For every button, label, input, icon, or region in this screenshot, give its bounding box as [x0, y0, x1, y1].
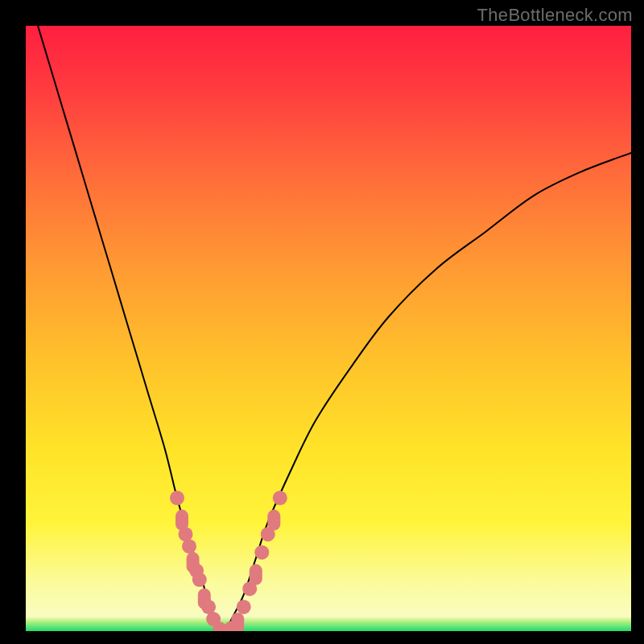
curve-marker: [237, 600, 251, 614]
chart-frame: TheBottleneck.com: [0, 0, 644, 644]
curve-marker: [231, 613, 244, 631]
curve-markers: [170, 491, 287, 631]
curve-marker: [254, 545, 269, 559]
curve-marker: [192, 572, 207, 587]
curve-marker: [170, 491, 184, 506]
curve-marker: [273, 491, 287, 506]
watermark-text: TheBottleneck.com: [477, 5, 633, 26]
bottleneck-curve: [38, 26, 631, 631]
plot-area: [26, 26, 631, 631]
curve-marker: [250, 564, 262, 585]
curve-layer: [26, 26, 631, 631]
curve-marker: [267, 510, 280, 530]
curve-marker: [182, 539, 196, 554]
